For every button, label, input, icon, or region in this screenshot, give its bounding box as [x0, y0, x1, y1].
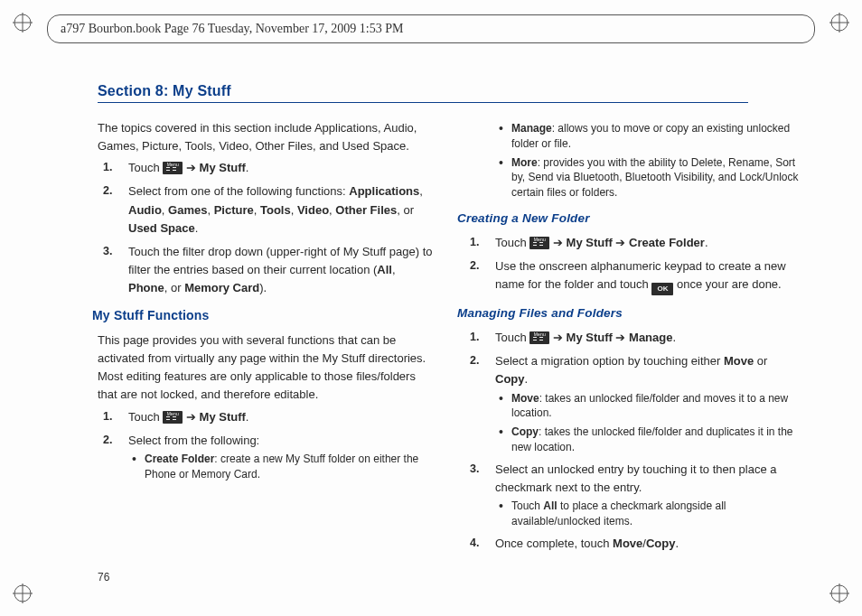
functions-bullets: Create Folder: create a new My Stuff fol…: [128, 452, 434, 482]
ok-icon: OK: [651, 283, 673, 295]
step-3: 3. Select an unlocked entry by touching …: [464, 461, 801, 529]
bullet-all: Touch All to place a checkmark alongside…: [495, 499, 801, 529]
step-2: 2. Select from one of the following func…: [98, 182, 434, 237]
menu-icon: [529, 237, 549, 249]
heading-managing-files: Managing Files and Folders: [457, 304, 801, 323]
crop-mark-icon: [13, 13, 33, 33]
step-4: 4. Once complete, touch Move/Copy.: [464, 535, 801, 553]
framemaker-header: a797 Bourbon.book Page 76 Tuesday, Novem…: [47, 14, 815, 43]
functions-steps: 1. Touch ➔ My Stuff. 2. Select from the …: [98, 408, 434, 482]
step-1: 1. Touch ➔ My Stuff ➔ Create Folder.: [464, 234, 801, 252]
page-content: Section 8: My Stuff The topics covered i…: [98, 83, 801, 562]
section-title: Section 8: My Stuff: [98, 83, 748, 103]
left-column: The topics covered in this section inclu…: [98, 119, 434, 558]
heading-creating-folder: Creating a New Folder: [457, 210, 801, 229]
right-column: Manage: allows you to move or copy an ex…: [464, 119, 801, 558]
manage-steps: 1. Touch ➔ My Stuff ➔ Manage. 2. Select …: [464, 329, 801, 553]
create-folder-steps: 1. Touch ➔ My Stuff ➔ Create Folder. 2. …: [464, 234, 801, 295]
intro-steps: 1. Touch ➔ My Stuff. 2. Select from one …: [98, 159, 434, 297]
bullet-more: More: provides you with the ability to D…: [495, 155, 801, 201]
step-2: 2. Use the onscreen alphanumeric keypad …: [464, 257, 801, 295]
crop-mark-icon: [829, 583, 849, 603]
step-2: 2. Select a migration option by touching…: [464, 352, 801, 454]
functions-paragraph: This page provides you with several func…: [98, 331, 434, 405]
heading-my-stuff-functions: My Stuff Functions: [92, 306, 434, 326]
step-1: 1. Touch ➔ My Stuff.: [98, 408, 434, 426]
crop-mark-icon: [13, 583, 33, 603]
bullet-create-folder: Create Folder: create a new My Stuff fol…: [128, 452, 434, 482]
framemaker-header-text: a797 Bourbon.book Page 76 Tuesday, Novem…: [61, 22, 403, 36]
menu-icon: [163, 162, 183, 174]
crop-mark-icon: [829, 13, 849, 33]
bullet-copy: Copy: takes the unlocked file/folder and…: [495, 425, 801, 455]
intro-paragraph: The topics covered in this section inclu…: [98, 119, 434, 155]
step-2: 2. Select from the following: Create Fol…: [98, 432, 434, 482]
menu-icon: [529, 331, 549, 344]
step-1: 1. Touch ➔ My Stuff ➔ Manage.: [464, 329, 801, 347]
all-bullet: Touch All to place a checkmark alongside…: [495, 499, 801, 529]
step-1: 1. Touch ➔ My Stuff.: [98, 159, 434, 177]
menu-icon: [163, 411, 183, 424]
page-number: 76: [98, 571, 109, 583]
functions-bullets-cont: Manage: allows you to move or copy an ex…: [495, 121, 801, 201]
bullet-manage: Manage: allows you to move or copy an ex…: [495, 121, 801, 152]
move-copy-bullets: Move: takes an unlocked file/folder and …: [495, 391, 801, 455]
step-3: 3. Touch the filter drop down (upper-rig…: [98, 243, 434, 297]
bullet-move: Move: takes an unlocked file/folder and …: [495, 391, 801, 422]
